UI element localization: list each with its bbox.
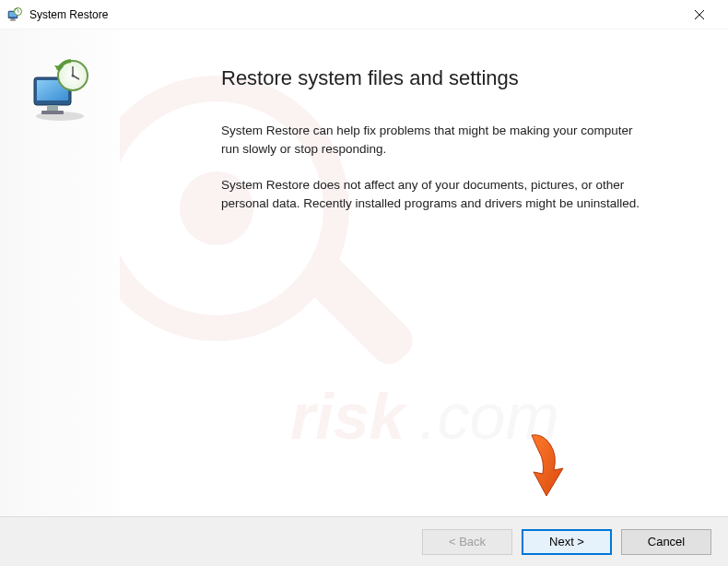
system-restore-large-icon	[27, 57, 93, 124]
content-area: risk .com	[0, 29, 728, 516]
wizard-main-panel: Restore system files and settings System…	[120, 29, 728, 516]
svg-rect-2	[11, 18, 15, 20]
system-restore-window: System Restore risk .com	[0, 0, 728, 566]
close-button[interactable]	[678, 1, 721, 29]
titlebar: System Restore	[0, 0, 728, 29]
description-paragraph-1: System Restore can help fix problems tha…	[221, 122, 645, 158]
svg-rect-15	[47, 105, 58, 111]
window-title: System Restore	[29, 8, 678, 21]
svg-point-20	[72, 75, 75, 77]
system-restore-icon	[7, 7, 22, 22]
next-button[interactable]: Next >	[522, 529, 612, 555]
cancel-button[interactable]: Cancel	[621, 529, 711, 555]
svg-rect-3	[10, 19, 16, 20]
wizard-sidebar	[0, 29, 120, 516]
close-icon	[695, 10, 704, 19]
description-paragraph-2: System Restore does not affect any of yo…	[221, 176, 645, 212]
wizard-button-row: < Back Next > Cancel	[0, 516, 728, 566]
back-button: < Back	[422, 529, 512, 555]
svg-rect-16	[41, 111, 64, 114]
page-headline: Restore system files and settings	[221, 66, 684, 90]
